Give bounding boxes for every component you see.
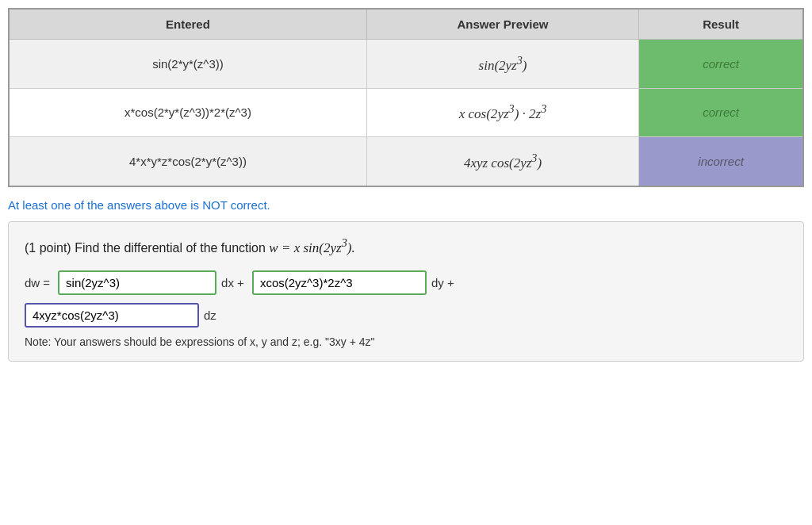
dy-input[interactable] [252,270,427,295]
dw-label: dw = [25,276,50,289]
problem-title: (1 point) Find the differential of the f… [25,236,787,256]
preview-math-2: x cos(2yz3) · 2z3 [459,106,547,121]
dx-input[interactable] [58,270,216,295]
dx-label: dx + [221,276,244,289]
entered-cell-3: 4*x*y*z*cos(2*y*(z^3)) [9,137,366,186]
dz-label: dz [204,308,216,322]
preview-math-1: sin(2yz3) [479,58,527,73]
result-label-2: correct [703,105,739,119]
preview-cell-2: x cos(2yz3) · 2z3 [366,88,638,137]
dz-input-row: dz [25,303,787,328]
entered-value-1: sin(2*y*(z^3)) [152,57,224,71]
problem-points: (1 point) [25,241,71,255]
problem-box: (1 point) Find the differential of the f… [8,221,804,362]
warning-message: At least one of the answers above is NOT… [8,198,804,212]
result-cell-1: correct [639,40,803,89]
entered-value-3: 4*x*y*z*cos(2*y*(z^3)) [129,155,247,168]
entered-value-2: x*cos(2*y*(z^3))*2*(z^3) [124,105,251,119]
result-cell-3: incorrect [639,137,803,186]
preview-cell-1: sin(2yz3) [366,40,638,89]
preview-cell-3: 4xyz cos(2yz3) [366,137,638,186]
note-text: Note: Your answers should be expressions… [25,335,787,348]
result-label-3: incorrect [698,155,744,168]
table-row: 4*x*y*z*cos(2*y*(z^3)) 4xyz cos(2yz3) in… [9,137,803,186]
dw-input-row: dw = dx + dy + [25,270,787,295]
col-header-result: Result [639,9,803,40]
result-cell-2: correct [639,88,803,137]
entered-cell-1: sin(2*y*(z^3)) [9,40,366,89]
col-header-preview: Answer Preview [366,9,638,40]
dz-input[interactable] [25,303,199,328]
dy-label: dy + [431,276,454,289]
result-label-1: correct [703,57,739,71]
problem-question: Find the differential of the function [75,241,269,255]
problem-function: w = x sin(2yz3). [269,240,354,255]
preview-math-3: 4xyz cos(2yz3) [464,155,542,171]
answer-table: Entered Answer Preview Result sin(2*y*(z… [8,8,804,187]
col-header-entered: Entered [9,9,366,40]
entered-cell-2: x*cos(2*y*(z^3))*2*(z^3) [9,88,366,137]
table-row: x*cos(2*y*(z^3))*2*(z^3) x cos(2yz3) · 2… [9,88,803,137]
table-row: sin(2*y*(z^3)) sin(2yz3) correct [9,40,803,89]
